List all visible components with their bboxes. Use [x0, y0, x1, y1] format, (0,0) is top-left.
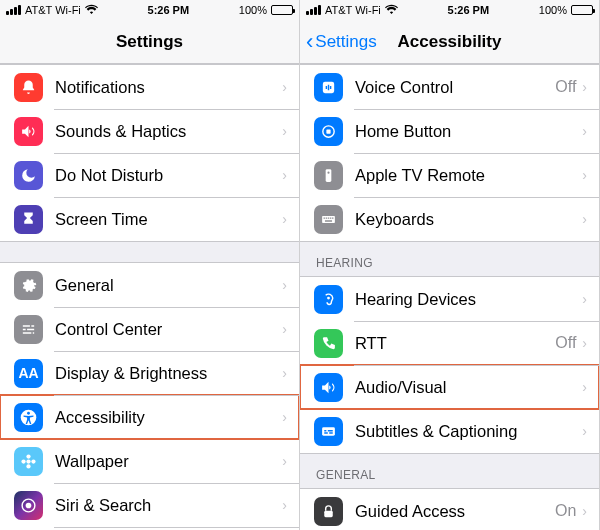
- do-not-disturb-icon: [14, 161, 43, 190]
- control-center-icon: [14, 315, 43, 344]
- accessibility-list[interactable]: Voice ControlOff›Home Button›Apple TV Re…: [300, 64, 599, 530]
- page-title: Settings: [116, 32, 183, 52]
- row-label: Audio/Visual: [355, 378, 582, 397]
- svg-point-4: [26, 464, 30, 468]
- svg-rect-19: [324, 510, 333, 516]
- row-accessibility[interactable]: Accessibility›: [0, 395, 299, 439]
- chevron-right-icon: ›: [282, 79, 287, 95]
- status-bar: AT&T Wi-Fi 5:26 PM 100%: [300, 0, 599, 20]
- row-label: Screen Time: [55, 210, 282, 229]
- nav-bar: ‹ Settings Accessibility: [300, 20, 599, 64]
- chevron-right-icon: ›: [582, 291, 587, 307]
- row-keyboards[interactable]: Keyboards›: [300, 197, 599, 241]
- row-wallpaper[interactable]: Wallpaper›: [0, 439, 299, 483]
- row-label: Wallpaper: [55, 452, 282, 471]
- chevron-right-icon: ›: [582, 503, 587, 519]
- row-label: Sounds & Haptics: [55, 122, 282, 141]
- back-button[interactable]: ‹ Settings: [306, 20, 377, 63]
- row-screen-time[interactable]: Screen Time›: [0, 197, 299, 241]
- carrier-label: AT&T Wi-Fi: [25, 4, 81, 16]
- chevron-left-icon: ‹: [306, 31, 313, 53]
- status-bar: AT&T Wi-Fi 5:26 PM 100%: [0, 0, 299, 20]
- rtt-icon: [314, 329, 343, 358]
- svg-point-6: [31, 459, 35, 463]
- row-guided-access[interactable]: Guided AccessOn›: [300, 489, 599, 530]
- row-control-center[interactable]: Control Center›: [0, 307, 299, 351]
- chevron-right-icon: ›: [282, 277, 287, 293]
- row-label: Voice Control: [355, 78, 555, 97]
- audio-visual-icon: [314, 373, 343, 402]
- chevron-right-icon: ›: [582, 335, 587, 351]
- accessibility-icon: [14, 403, 43, 432]
- row-general[interactable]: General›: [0, 263, 299, 307]
- row-notifications[interactable]: Notifications›: [0, 65, 299, 109]
- display-brightness-icon: AA: [14, 359, 43, 388]
- row-apple-tv-remote[interactable]: Apple TV Remote›: [300, 153, 599, 197]
- guided-access-icon: [314, 497, 343, 526]
- row-value: Off: [555, 78, 576, 96]
- chevron-right-icon: ›: [282, 453, 287, 469]
- nav-bar: Settings: [0, 20, 299, 64]
- chevron-right-icon: ›: [282, 497, 287, 513]
- signal-icon: [6, 5, 21, 15]
- row-label: General: [55, 276, 282, 295]
- phone-settings: AT&T Wi-Fi 5:26 PM 100% Settings Notific…: [0, 0, 300, 530]
- row-do-not-disturb[interactable]: Do Not Disturb›: [0, 153, 299, 197]
- battery-percent: 100%: [539, 4, 567, 16]
- svg-point-15: [327, 171, 329, 173]
- page-title: Accessibility: [398, 32, 502, 52]
- chevron-right-icon: ›: [282, 123, 287, 139]
- svg-point-3: [26, 454, 30, 458]
- chevron-right-icon: ›: [282, 321, 287, 337]
- subtitles-captioning-icon: [314, 417, 343, 446]
- section-header-general: GENERAL: [300, 454, 599, 488]
- wifi-icon: [385, 3, 398, 17]
- chevron-right-icon: ›: [582, 423, 587, 439]
- wifi-icon: [85, 3, 98, 17]
- chevron-right-icon: ›: [582, 123, 587, 139]
- row-subtitles-captioning[interactable]: Subtitles & Captioning›: [300, 409, 599, 453]
- svg-rect-13: [326, 129, 330, 133]
- row-display-brightness[interactable]: AADisplay & Brightness›: [0, 351, 299, 395]
- section-header-hearing: HEARING: [300, 242, 599, 276]
- clock: 5:26 PM: [148, 4, 190, 16]
- svg-rect-14: [326, 169, 332, 182]
- svg-point-5: [21, 459, 25, 463]
- row-sounds-haptics[interactable]: Sounds & Haptics›: [0, 109, 299, 153]
- row-rtt[interactable]: RTTOff›: [300, 321, 599, 365]
- row-label: Display & Brightness: [55, 364, 282, 383]
- row-label: Do Not Disturb: [55, 166, 282, 185]
- row-value: Off: [555, 334, 576, 352]
- row-label: Guided Access: [355, 502, 555, 521]
- svg-point-2: [26, 459, 30, 463]
- home-button-icon: [314, 117, 343, 146]
- row-hearing-devices[interactable]: Hearing Devices›: [300, 277, 599, 321]
- chevron-right-icon: ›: [282, 365, 287, 381]
- row-siri-search[interactable]: Siri & Search›: [0, 483, 299, 527]
- row-label: Notifications: [55, 78, 282, 97]
- svg-point-8: [26, 502, 32, 508]
- chevron-right-icon: ›: [582, 211, 587, 227]
- chevron-right-icon: ›: [582, 167, 587, 183]
- keyboards-icon: [314, 205, 343, 234]
- row-voice-control[interactable]: Voice ControlOff›: [300, 65, 599, 109]
- row-label: Siri & Search: [55, 496, 282, 515]
- row-home-button[interactable]: Home Button›: [300, 109, 599, 153]
- chevron-right-icon: ›: [582, 379, 587, 395]
- battery-percent: 100%: [239, 4, 267, 16]
- screen-time-icon: [14, 205, 43, 234]
- voice-control-icon: [314, 73, 343, 102]
- chevron-right-icon: ›: [282, 167, 287, 183]
- back-label: Settings: [315, 32, 376, 52]
- hearing-devices-icon: [314, 285, 343, 314]
- row-label: Keyboards: [355, 210, 582, 229]
- sounds-haptics-icon: [14, 117, 43, 146]
- carrier-label: AT&T Wi-Fi: [325, 4, 381, 16]
- siri-search-icon: [14, 491, 43, 520]
- signal-icon: [306, 5, 321, 15]
- row-label: Home Button: [355, 122, 582, 141]
- apple-tv-remote-icon: [314, 161, 343, 190]
- settings-list[interactable]: Notifications›Sounds & Haptics›Do Not Di…: [0, 64, 299, 530]
- row-audio-visual[interactable]: Audio/Visual›: [300, 365, 599, 409]
- row-label: RTT: [355, 334, 555, 353]
